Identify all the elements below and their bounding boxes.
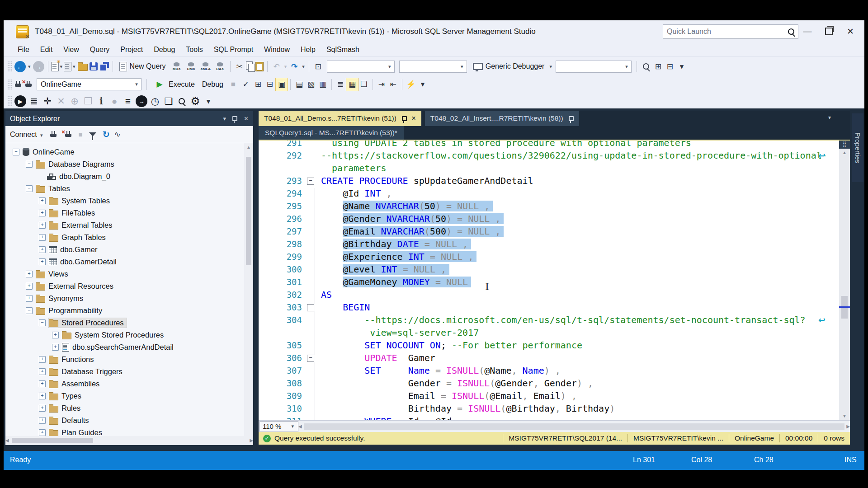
debug-button[interactable]: Debug bbox=[198, 80, 227, 89]
redo-caret[interactable]: ▾ bbox=[301, 64, 306, 70]
tree-expander-icon[interactable]: + bbox=[52, 344, 59, 351]
settings-gear-icon[interactable]: ⚙ bbox=[188, 95, 203, 108]
connect-plug-icon[interactable] bbox=[50, 131, 58, 138]
open-file-icon[interactable] bbox=[78, 64, 88, 71]
panel-close-icon[interactable]: ✕ bbox=[244, 115, 249, 122]
tree-item-plan-guides[interactable]: +Plan Guides bbox=[5, 427, 244, 436]
hscroll-left-icon[interactable]: ◀ bbox=[298, 422, 302, 431]
properties-window-icon[interactable]: ⊟ bbox=[664, 60, 676, 73]
disconnect-plug-icon[interactable]: ✕ bbox=[65, 131, 73, 138]
tree-expander-icon[interactable]: + bbox=[39, 393, 46, 399]
combo-caret-icon[interactable]: ▾ bbox=[458, 64, 467, 70]
tree-item-external-tables[interactable]: +External Tables bbox=[5, 219, 244, 231]
menu-item-file[interactable]: File bbox=[13, 44, 34, 55]
close-button[interactable]: ✕ bbox=[844, 26, 856, 37]
tree-expander-icon[interactable]: + bbox=[39, 246, 46, 253]
go-icon[interactable]: → bbox=[136, 95, 147, 107]
menu-item-view[interactable]: View bbox=[58, 44, 84, 55]
results-grid-icon[interactable]: ▦ bbox=[346, 78, 358, 91]
hscroll-thumb[interactable] bbox=[304, 423, 845, 430]
parse-icon[interactable]: ✓ bbox=[240, 78, 252, 91]
find-icon[interactable] bbox=[640, 60, 652, 73]
zoom-selector[interactable]: 110 % ▾ bbox=[259, 421, 298, 432]
tree-item-assemblies[interactable]: +Assemblies bbox=[5, 378, 244, 390]
stop-icon[interactable]: ■ bbox=[227, 78, 240, 91]
new-file-icon[interactable] bbox=[51, 62, 59, 71]
new-mdx-query-icon[interactable]: MDX bbox=[170, 62, 184, 71]
collapse-icon[interactable]: ✕ bbox=[54, 95, 68, 108]
tree-expander-icon[interactable]: − bbox=[13, 149, 19, 155]
combo-caret-icon[interactable]: ▾ bbox=[385, 64, 394, 70]
tree-item-dbo-spsearchgameranddetail[interactable]: +dbo.spSearchGamerAndDetail bbox=[5, 341, 244, 353]
new-dmx-query-icon[interactable]: DMX bbox=[184, 62, 198, 71]
hscroll-right-icon[interactable]: ▶ bbox=[846, 422, 850, 431]
minimize-button[interactable]: — bbox=[802, 26, 813, 36]
cut-icon[interactable]: ✂ bbox=[233, 60, 246, 73]
code-editor[interactable]: 291 using UPDATE 2 tables in stored proc… bbox=[259, 141, 839, 420]
editor-vscrollbar[interactable]: ⣿ ▲ ▼ bbox=[839, 140, 850, 420]
tree-item-synonyms[interactable]: +Synonyms bbox=[5, 292, 244, 305]
menu-item-project[interactable]: Project bbox=[115, 44, 148, 55]
object-explorer-hscrollbar[interactable]: ◀▶ bbox=[5, 436, 253, 445]
refresh-icon[interactable]: ↻ bbox=[103, 129, 110, 140]
menu-item-debug[interactable]: Debug bbox=[149, 44, 180, 55]
document-tab-1[interactable]: T048_01_All_Demo.s...7RETIT\kevin (51))× bbox=[259, 111, 421, 126]
navigate-forward-icon[interactable]: → bbox=[33, 61, 44, 72]
tree-item-views[interactable]: +Views bbox=[5, 268, 244, 280]
tree-item-stored-procedures[interactable]: −Stored Procedures bbox=[5, 317, 244, 329]
pin-icon[interactable] bbox=[402, 116, 407, 121]
tree-expander-icon[interactable]: + bbox=[39, 405, 46, 412]
save-icon[interactable] bbox=[90, 62, 98, 70]
tree-item-dbo-gamerdetail[interactable]: +dbo.GamerDetail bbox=[5, 256, 244, 268]
document-tab-2[interactable]: T048_02_All_Insert....R7RETIT\kevin (58)… bbox=[425, 111, 579, 126]
tree-expander-icon[interactable]: + bbox=[39, 356, 46, 363]
menu-item-window[interactable]: Window bbox=[259, 44, 295, 55]
add-item-icon[interactable] bbox=[64, 62, 71, 71]
tab-close-icon[interactable]: × bbox=[411, 114, 416, 123]
tree-item-programmability[interactable]: −Programmability bbox=[5, 305, 244, 317]
tree-expander-icon[interactable]: − bbox=[39, 319, 46, 326]
menu-item-tools[interactable]: Tools bbox=[181, 44, 208, 55]
indent-icon[interactable]: ⇥ bbox=[376, 78, 387, 91]
tree-expander-icon[interactable]: + bbox=[39, 222, 46, 229]
navigate-back-caret[interactable]: ▾ bbox=[27, 64, 32, 70]
tree-item-rules[interactable]: +Rules bbox=[5, 402, 244, 414]
pin-icon[interactable] bbox=[232, 116, 237, 121]
combo-caret-icon[interactable]: ▾ bbox=[622, 64, 631, 70]
tree-expander-icon[interactable]: − bbox=[26, 161, 33, 168]
tree-expander-icon[interactable]: + bbox=[39, 417, 46, 424]
combo-caret-icon[interactable]: ▾ bbox=[132, 81, 141, 87]
debug-target-caret[interactable]: ▾ bbox=[548, 64, 553, 70]
menu-item-help[interactable]: Help bbox=[296, 44, 321, 55]
search-icon[interactable] bbox=[175, 95, 188, 108]
results-text-icon[interactable]: ≣ bbox=[335, 78, 346, 91]
menu-item-edit[interactable]: Edit bbox=[35, 44, 58, 55]
database-combo[interactable]: OnlineGame▾ bbox=[37, 78, 142, 90]
add-item-caret[interactable]: ▾ bbox=[71, 64, 77, 70]
client-stats-icon[interactable]: ▥ bbox=[317, 78, 329, 91]
tree-expander-icon[interactable]: + bbox=[39, 429, 46, 436]
quick-launch-input[interactable]: Quick Launch bbox=[663, 24, 798, 39]
tasks-icon[interactable]: ≡ bbox=[121, 95, 135, 108]
properties-collapsed-tab[interactable]: Properties bbox=[852, 113, 863, 182]
fold-toggle-icon[interactable]: − bbox=[307, 304, 314, 311]
tree-expander-icon[interactable]: + bbox=[39, 258, 46, 265]
tree-item-graph-tables[interactable]: +Graph Tables bbox=[5, 231, 244, 244]
document-tab-row2-1[interactable]: SQLQuery1.sql - MS...7RETIT\kevin (53))* bbox=[259, 126, 404, 140]
panel-menu-caret-icon[interactable]: ▾ bbox=[223, 115, 226, 122]
live-stats-icon[interactable]: ▧ bbox=[305, 78, 317, 91]
toolbox-icon[interactable]: ⊞ bbox=[652, 60, 664, 73]
filter-icon[interactable] bbox=[89, 132, 96, 136]
tree-item-functions[interactable]: +Functions bbox=[5, 353, 244, 366]
new-query-button[interactable]: New Query bbox=[116, 62, 170, 71]
split-handle-icon[interactable]: ⣿ bbox=[839, 140, 850, 149]
toolbar-overflow-icon[interactable]: ▾ bbox=[203, 95, 214, 108]
object-explorer-vscrollbar[interactable]: ▲ bbox=[244, 143, 253, 436]
execute-button[interactable]: ▶Execute bbox=[150, 78, 198, 91]
change-connection-icon[interactable]: ✕ bbox=[25, 81, 33, 88]
intellisense-icon[interactable]: ▣ bbox=[276, 78, 288, 91]
scroll-up-icon[interactable]: ▲ bbox=[839, 149, 850, 157]
toolbar-combo-3[interactable]: ▾ bbox=[556, 61, 632, 73]
copy-pages-icon[interactable]: ❒ bbox=[81, 95, 95, 108]
stop-icon[interactable]: ■ bbox=[79, 131, 83, 138]
